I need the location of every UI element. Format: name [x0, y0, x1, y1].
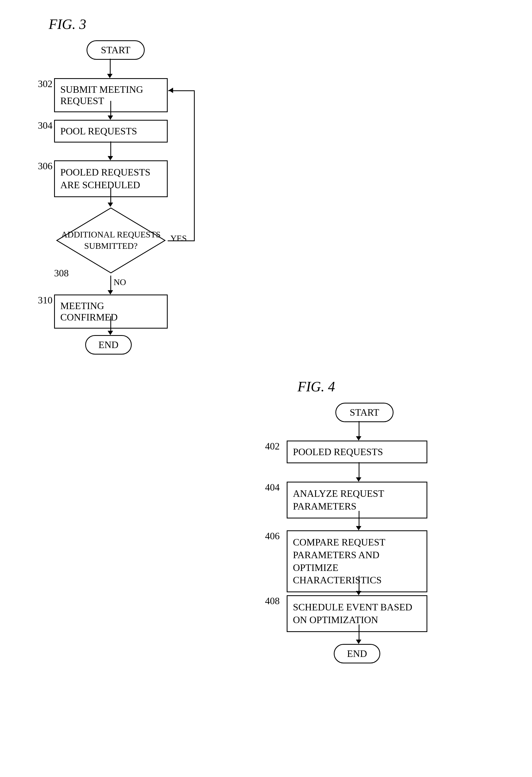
fig4-arr4-head — [356, 591, 361, 595]
fig4-arrow1 — [359, 421, 359, 437]
fig3-no-arrow — [110, 275, 111, 291]
fig3-yes-arr-head — [169, 88, 173, 93]
fig4-step404: ANALYZE REQUEST PARAMETERS — [287, 482, 427, 519]
fig4-arr1-head — [356, 436, 361, 441]
fig4-label408: 408 — [265, 595, 280, 606]
fig3-label306: 306 — [38, 160, 52, 172]
fig4-arr-end-head — [356, 640, 361, 644]
fig3-arr-end-head — [108, 331, 113, 335]
fig3-label310: 310 — [38, 295, 52, 306]
fig3-end: END — [85, 335, 132, 354]
fig4-start: START — [335, 403, 394, 422]
fig4-step406: COMPARE REQUEST PARAMETERS AND OPTIMIZE … — [287, 530, 427, 592]
fig4-title: FIG. 4 — [298, 378, 487, 395]
page: FIG. 3 START 302 SUBMIT MEETING REQUEST … — [0, 0, 532, 777]
fig4-label404: 404 — [265, 482, 280, 493]
fig4-arrow4 — [359, 576, 359, 592]
fig3-step304: POOL REQUESTS — [54, 120, 168, 142]
fig3-label302: 302 — [38, 78, 52, 90]
fig3-diamond-text: ADDITIONAL REQUESTS SUBMITTED? — [54, 205, 168, 275]
fig3-diamond-wrapper: ADDITIONAL REQUESTS SUBMITTED? — [54, 205, 168, 275]
fig3-arrow1 — [110, 59, 111, 75]
fig4-step402: POOLED REQUESTS — [287, 441, 427, 463]
fig3-arrow-end — [110, 316, 111, 332]
fig3-label308: 308 — [54, 267, 69, 279]
fig3-arr1-head — [107, 74, 112, 78]
fig4-arrow2 — [359, 462, 359, 478]
fig4-label406: 406 — [265, 530, 280, 542]
fig3-yes-v — [194, 90, 195, 241]
fig3-arrow3 — [110, 141, 111, 157]
fig3-arrow4 — [110, 188, 111, 204]
fig3-start: START — [87, 40, 145, 60]
fig4-arr3-head — [356, 526, 361, 530]
fig3-arr3-head — [108, 156, 113, 160]
fig4-step408: SCHEDULE EVENT BASED ON OPTIMIZATION — [287, 595, 427, 632]
fig3-yes-h1 — [168, 240, 195, 241]
fig3-label304: 304 — [38, 120, 52, 131]
fig4-arr2-head — [356, 477, 361, 482]
fig3-yes-label: YES — [171, 233, 187, 243]
fig4-arrow3 — [359, 511, 359, 527]
fig4-container: FIG. 4 START 402 POOLED REQUESTS 404 ANA… — [243, 378, 487, 776]
fig3-title: FIG. 3 — [49, 16, 211, 32]
fig4-arrow-end — [359, 625, 359, 641]
fig3-arr2-head — [108, 115, 113, 120]
fig4-end: END — [334, 644, 380, 663]
fig3-arrow2 — [110, 101, 111, 117]
fig3-container: FIG. 3 START 302 SUBMIT MEETING REQUEST … — [22, 16, 211, 378]
fig3-no-label: NO — [114, 277, 126, 287]
fig4-label402: 402 — [265, 441, 280, 452]
fig3-no-arr-head — [108, 290, 113, 295]
